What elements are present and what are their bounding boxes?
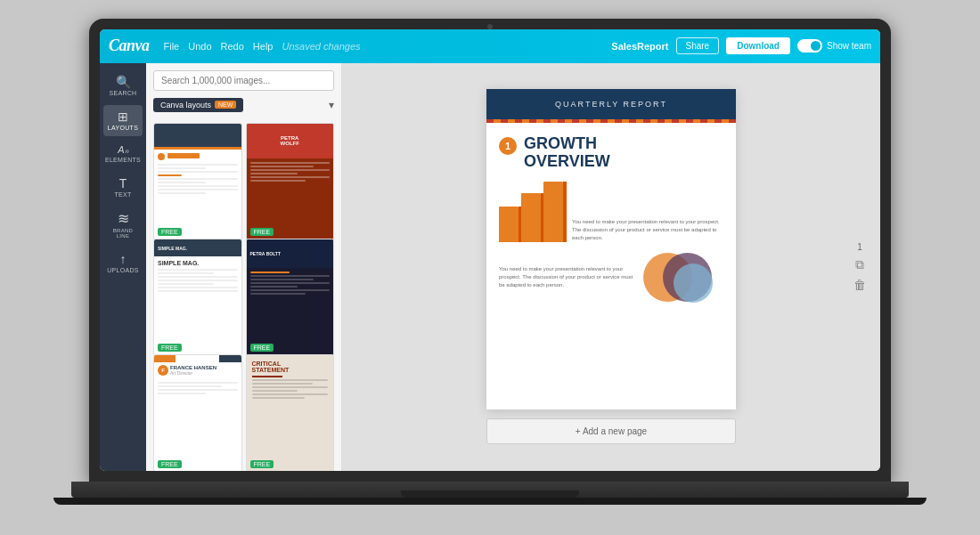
sidebar-label-layouts: LAYOUTS — [108, 125, 138, 131]
doc-body: 1 GROWTHOVERVIEW — [486, 123, 736, 324]
template-card[interactable]: F FRANCE HANSEN Art Director — [153, 354, 242, 470]
template-card[interactable]: CRITICALSTATEMENT FREE — [246, 354, 335, 470]
unsaved-changes: Unsaved changes — [282, 41, 360, 52]
nav-redo[interactable]: Redo — [221, 41, 244, 52]
sidebar: 🔍 SEARCH ⊞ LAYOUTS Aₙ ELEMENTS T — [100, 63, 146, 471]
uploads-icon: ↑ — [120, 253, 127, 265]
sidebar-item-layouts[interactable]: ⊞ LAYOUTS — [103, 105, 143, 136]
nav-bar: File Undo Redo Help Unsaved changes — [164, 41, 361, 52]
sidebar-label-brand: BRAND LINE — [107, 228, 139, 239]
template-logo: PETRA BOLTT — [250, 251, 281, 256]
canvas-area: QUARTERLY REPORT 1 GROWTHOVERVIEW — [342, 63, 880, 471]
delete-icon[interactable]: 🗑 — [853, 278, 866, 292]
doc-header: QUARTERLY REPORT — [486, 89, 736, 119]
search-area — [146, 63, 341, 98]
doc-title: SalesReport — [611, 41, 668, 52]
layouts-icon: ⊞ — [118, 110, 128, 123]
new-badge: NEW — [215, 101, 236, 109]
share-button[interactable]: Share — [676, 37, 720, 54]
filter-bar: Canva layouts NEW ▾ — [146, 98, 341, 119]
sidebar-item-brand[interactable]: ≋ BRAND LINE — [103, 207, 143, 244]
copy-icon[interactable]: ⧉ — [855, 257, 864, 272]
free-badge: FREE — [250, 228, 274, 236]
section-number: 1 — [499, 137, 517, 155]
main-area: 🔍 SEARCH ⊞ LAYOUTS Aₙ ELEMENTS T — [100, 63, 880, 471]
sidebar-label-uploads: UPLOADS — [107, 267, 139, 273]
sidebar-label-text: TEXT — [114, 191, 131, 198]
sidebar-item-elements[interactable]: Aₙ ELEMENTS — [103, 140, 143, 168]
download-button[interactable]: Download — [726, 37, 790, 54]
nav-help[interactable]: Help — [253, 41, 274, 52]
free-badge: FREE — [158, 228, 182, 236]
header: Canva File Undo Redo Help Unsaved change… — [100, 29, 880, 63]
show-team-toggle[interactable]: Show team — [797, 39, 871, 53]
template-card[interactable]: FREE — [153, 123, 242, 241]
free-badge: FREE — [250, 460, 274, 468]
show-team-label: Show team — [827, 41, 871, 51]
document: QUARTERLY REPORT 1 GROWTHOVERVIEW — [486, 89, 736, 409]
venn-diagram — [643, 251, 723, 304]
search-icon: 🔍 — [116, 76, 131, 88]
page-number: 1 — [857, 242, 862, 252]
screen: Canva File Undo Redo Help Unsaved change… — [100, 29, 880, 471]
venn-circle-blue — [674, 263, 713, 303]
logo: Canva — [109, 36, 150, 55]
growth-title: GROWTHOVERVIEW — [524, 135, 610, 171]
app: Canva File Undo Redo Help Unsaved change… — [100, 29, 880, 471]
growth-row: 1 GROWTHOVERVIEW — [499, 135, 723, 171]
laptop-base — [71, 482, 909, 498]
template-card[interactable]: PETRAWOLFF FREE — [246, 123, 335, 241]
template-title: PETRAWOLFF — [281, 135, 299, 146]
doc-header-title: QUARTERLY REPORT — [501, 100, 722, 109]
body-text-2: You need to make your presentation relev… — [499, 265, 636, 289]
filter-badge[interactable]: Canva layouts NEW — [153, 98, 243, 112]
template-sub: Art Director — [170, 370, 216, 376]
laptop-foot — [53, 498, 927, 505]
add-page-button[interactable]: + Add a new page — [486, 418, 736, 444]
sidebar-label-search: SEARCH — [110, 90, 137, 96]
template-title: CRITICALSTATEMENT — [252, 361, 329, 373]
layouts-panel: Canva layouts NEW ▾ — [146, 63, 342, 471]
template-logo: SIMPLE MAG. — [158, 246, 187, 251]
free-badge: FREE — [158, 460, 182, 468]
header-right: SalesReport Share Download Show team — [611, 37, 871, 54]
bar-2 — [521, 193, 541, 242]
search-input[interactable] — [153, 70, 334, 91]
bar-1 — [499, 207, 519, 242]
sidebar-label-elements: ELEMENTS — [105, 157, 141, 163]
camera — [487, 24, 493, 29]
nav-undo[interactable]: Undo — [188, 41, 211, 52]
bar-3 — [543, 182, 563, 242]
sidebar-item-search[interactable]: 🔍 SEARCH — [103, 70, 143, 101]
templates-grid: FREE PETRAWOLFF — [146, 119, 341, 471]
sidebar-item-uploads[interactable]: ↑ UPLOADS — [103, 247, 143, 279]
free-badge: FREE — [250, 344, 274, 352]
toggle-switch[interactable] — [797, 39, 822, 53]
page-number-bar: 1 ⧉ 🗑 — [853, 242, 866, 292]
text-icon: T — [119, 177, 127, 190]
elements-icon: Aₙ — [118, 145, 127, 155]
filter-label: Canva layouts — [160, 101, 211, 109]
venn-row: You need to make your presentation relev… — [499, 251, 723, 304]
body-text-1: You need to make your presentation relev… — [572, 218, 723, 242]
bar-chart — [499, 180, 563, 242]
template-card[interactable]: PETRA BOLTT — [246, 239, 335, 357]
dropdown-arrow[interactable]: ▾ — [329, 99, 334, 111]
visual-row: You need to make your presentation relev… — [499, 180, 723, 242]
brand-icon: ≋ — [118, 212, 129, 226]
laptop-shell: Canva File Undo Redo Help Unsaved change… — [62, 19, 918, 517]
template-card[interactable]: SIMPLE MAG. SIMPLE MAG. — [153, 239, 242, 357]
free-badge: FREE — [158, 344, 182, 352]
nav-file[interactable]: File — [164, 41, 180, 52]
sidebar-item-text[interactable]: T TEXT — [103, 172, 143, 203]
screen-bezel: Canva File Undo Redo Help Unsaved change… — [89, 19, 891, 482]
